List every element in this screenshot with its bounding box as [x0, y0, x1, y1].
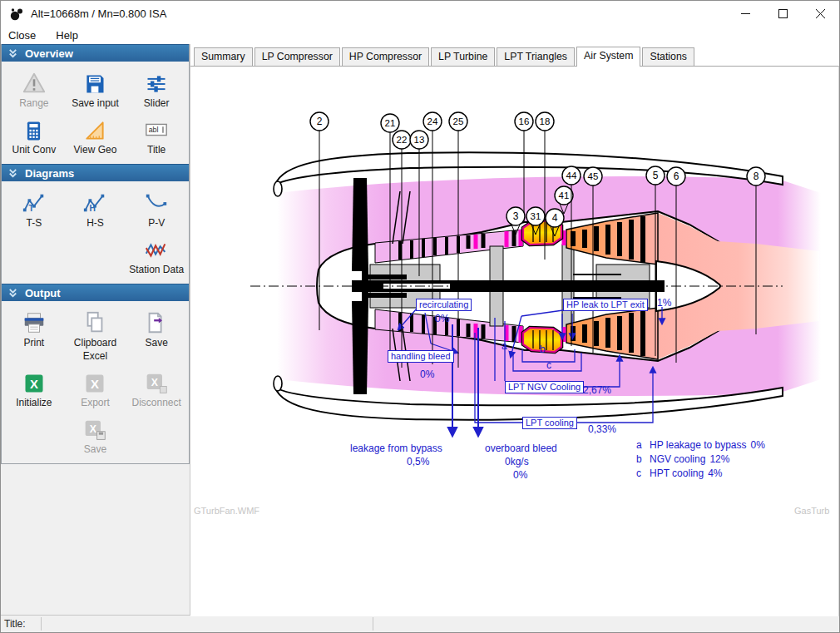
svg-text:X: X — [90, 423, 97, 435]
tool-slider[interactable]: Slider — [126, 69, 187, 109]
save-export-icon — [144, 309, 169, 335]
chevron-double-down-icon — [7, 48, 18, 59]
tool-save-excel: X Save — [65, 415, 126, 455]
tab-summary[interactable]: Summary — [194, 47, 253, 66]
air-system-canvas: 2212213242516183314414445568 recirculati… — [190, 66, 839, 616]
tool-ts-diagram[interactable]: T T-S — [3, 189, 65, 229]
sidebar-section-output[interactable]: Output — [2, 284, 189, 301]
printer-icon — [22, 309, 47, 335]
tool-hs-diagram[interactable]: H H-S — [65, 189, 126, 229]
svg-text:13: 13 — [414, 135, 425, 145]
svg-text:H: H — [90, 204, 96, 213]
chevron-double-down-icon — [7, 288, 18, 299]
hs-chart-icon: H — [82, 189, 107, 215]
tab-lp-compressor[interactable]: LP Compressor — [254, 47, 340, 66]
minimize-button[interactable] — [727, 1, 764, 27]
floppy-icon — [83, 69, 106, 96]
svg-text:X: X — [30, 378, 38, 391]
status-title-label: Title: — [4, 618, 26, 630]
status-bar: Title: — [1, 615, 839, 632]
calculator-icon — [22, 116, 45, 142]
tool-save-output[interactable]: Save — [126, 309, 187, 362]
svg-text:25: 25 — [453, 116, 464, 126]
tool-initialize-excel[interactable]: X Initialize — [3, 368, 65, 408]
pv-chart-icon — [144, 189, 169, 215]
chevron-double-down-icon — [7, 168, 18, 179]
station-data-icon — [144, 235, 169, 262]
tab-bar: SummaryLP CompressorHP CompressorLP Turb… — [190, 44, 839, 66]
svg-text:45: 45 — [588, 171, 599, 181]
tool-range: Range — [3, 69, 65, 109]
tool-title[interactable]: abl Title — [126, 116, 187, 156]
svg-text:4: 4 — [552, 212, 558, 224]
tool-view-geo[interactable]: View Geo — [65, 116, 126, 156]
sidebar-section-diagrams[interactable]: Diagrams — [2, 164, 189, 181]
svg-text:44: 44 — [566, 171, 577, 181]
window-title: Alt=10668m / Mn=0.800 ISA — [31, 7, 166, 20]
menu-bar: Close Help — [1, 27, 839, 44]
title-bar: Alt=10668m / Mn=0.800 ISA — [1, 1, 839, 27]
svg-text:24: 24 — [427, 116, 438, 126]
svg-text:31: 31 — [531, 211, 541, 221]
menu-item-help[interactable]: Help — [56, 29, 78, 42]
tool-station-data[interactable]: Station Data — [126, 235, 187, 275]
warning-icon — [22, 69, 47, 96]
excel-green-icon: X — [22, 368, 46, 395]
ts-chart-icon: T — [22, 189, 47, 215]
tool-clipboard-excel[interactable]: Clipboard Excel — [65, 309, 126, 362]
gasturb-window: { "window": { "title": "Alt=10668m / Mn=… — [0, 0, 840, 633]
svg-text:X: X — [91, 378, 100, 391]
excel-gray-icon: X — [83, 368, 106, 395]
svg-text:abl: abl — [149, 126, 159, 134]
close-button[interactable] — [802, 1, 839, 27]
tool-disconnect-excel: X Disconnect — [126, 368, 187, 408]
svg-text:41: 41 — [559, 190, 570, 200]
slider-icon — [145, 69, 168, 96]
set-square-icon — [83, 116, 106, 142]
tool-export-excel: X Export — [65, 368, 126, 408]
svg-text:16: 16 — [519, 116, 530, 126]
menu-item-close[interactable]: Close — [8, 29, 36, 42]
tab-stations[interactable]: Stations — [642, 47, 694, 66]
textbox-icon: abl — [144, 116, 169, 142]
svg-text:21: 21 — [385, 118, 396, 128]
tool-unit-conv[interactable]: Unit Conv — [3, 116, 65, 156]
air-system-diagram: 2212213242516183314414445568 — [190, 67, 840, 617]
svg-text:6: 6 — [674, 171, 679, 182]
svg-text:2: 2 — [317, 116, 323, 127]
svg-text:8: 8 — [754, 171, 759, 182]
tab-lp-turbine[interactable]: LP Turbine — [431, 47, 495, 66]
tool-print[interactable]: Print — [3, 309, 65, 362]
svg-text:X: X — [151, 377, 159, 388]
svg-text:22: 22 — [397, 135, 408, 145]
svg-text:5: 5 — [653, 170, 659, 181]
sidebar: Overview Range Save input Slider Unit C — [1, 44, 190, 616]
svg-text:T: T — [28, 204, 34, 213]
excel-save-icon: X — [83, 415, 106, 442]
tool-pv-diagram[interactable]: P-V — [126, 189, 187, 229]
excel-disconnect-icon: X — [145, 368, 168, 395]
tab-air-system[interactable]: Air System — [576, 47, 640, 67]
svg-text:18: 18 — [540, 116, 551, 126]
sidebar-section-overview[interactable]: Overview — [2, 44, 189, 62]
tool-save-input[interactable]: Save input — [65, 69, 126, 109]
app-logo-icon — [9, 7, 24, 22]
tab-lpt-triangles[interactable]: LPT Triangles — [497, 47, 575, 66]
tab-hp-compressor[interactable]: HP Compressor — [342, 47, 429, 66]
copy-icon — [82, 309, 107, 335]
svg-text:3: 3 — [513, 210, 519, 222]
maximize-button[interactable] — [764, 1, 802, 27]
